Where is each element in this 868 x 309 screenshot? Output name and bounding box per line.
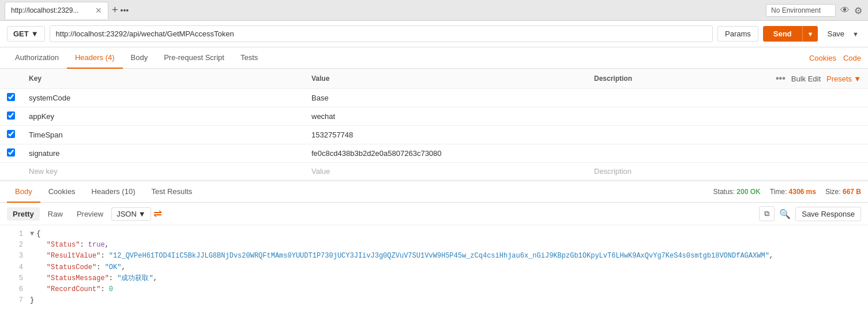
col-value: Value bbox=[305, 69, 587, 89]
req-tab-right-actions: Cookies Code bbox=[809, 54, 861, 62]
wrap-icon[interactable]: ⇌ bbox=[153, 207, 162, 220]
new-key-placeholder[interactable]: New key bbox=[29, 167, 58, 176]
save-button-group: Save ▼ bbox=[822, 27, 861, 41]
copy-button[interactable]: ⧉ bbox=[759, 206, 775, 221]
row-3-key[interactable]: TimeSpan bbox=[22, 126, 305, 144]
tab-body[interactable]: Body bbox=[123, 47, 156, 69]
status-label: Status: 200 OK bbox=[713, 188, 761, 196]
json-line: 1 ▼ { bbox=[7, 229, 861, 240]
browser-tab[interactable]: http://localhost:2329... ✕ bbox=[5, 2, 108, 19]
new-description-placeholder[interactable]: Description bbox=[594, 167, 632, 176]
params-button[interactable]: Params bbox=[717, 26, 758, 42]
row-2-checkbox[interactable] bbox=[7, 111, 15, 120]
response-toolbar-right: ⧉ 🔍 Save Response bbox=[759, 206, 861, 221]
json-line: 2 "Status": true, bbox=[7, 240, 861, 251]
resp-tab-body[interactable]: Body bbox=[7, 181, 40, 203]
tab-pre-request-script[interactable]: Pre-request Script bbox=[156, 47, 232, 69]
row-1-checkbox[interactable] bbox=[7, 93, 15, 101]
more-options-icon[interactable]: ••• bbox=[776, 73, 786, 84]
status-value: 200 OK bbox=[737, 188, 760, 196]
row-4-checkbox[interactable] bbox=[7, 148, 15, 157]
search-button[interactable]: 🔍 bbox=[779, 209, 791, 219]
tab-menu-icon[interactable]: ••• bbox=[121, 6, 129, 15]
response-tabs-bar: Body Cookies Headers (10) Test Results S… bbox=[0, 181, 868, 203]
save-response-button[interactable]: Save Response bbox=[795, 207, 861, 221]
json-output: 1 ▼ { 2 "Status": true, 3 "ResultValue":… bbox=[0, 225, 868, 309]
new-value-placeholder[interactable]: Value bbox=[311, 167, 330, 176]
collapse-icon[interactable]: ▼ bbox=[30, 229, 34, 240]
resp-tab-test-results[interactable]: Test Results bbox=[143, 181, 200, 203]
time-value: 4306 ms bbox=[789, 188, 816, 196]
request-tabs: Authorization Headers (4) Body Pre-reque… bbox=[0, 47, 868, 69]
row-2-key[interactable]: appKey bbox=[22, 107, 305, 126]
table-row: appKey wechat bbox=[0, 107, 868, 126]
new-header-row: New key Value Description bbox=[0, 163, 868, 180]
json-line: 6 "RecordCount": 0 bbox=[7, 284, 861, 295]
row-2-value[interactable]: wechat bbox=[305, 107, 587, 126]
environment-select[interactable]: No Environment bbox=[766, 4, 836, 17]
url-input[interactable] bbox=[50, 25, 713, 42]
eye-icon[interactable]: 👁 bbox=[840, 5, 850, 16]
row-1-description bbox=[587, 89, 868, 107]
format-tab-preview[interactable]: Preview bbox=[71, 207, 109, 221]
presets-dropdown-icon: ▼ bbox=[854, 75, 861, 83]
headers-table: Key Value Description ••• Bulk Edit Pres… bbox=[0, 69, 868, 180]
gear-icon[interactable]: ⚙ bbox=[854, 5, 862, 16]
save-button[interactable]: Save bbox=[822, 27, 849, 41]
table-row: TimeSpan 1532757748 bbox=[0, 126, 868, 144]
row-3-value[interactable]: 1532757748 bbox=[305, 126, 587, 144]
row-1-value[interactable]: Base bbox=[305, 89, 587, 107]
table-header-actions: ••• Bulk Edit Presets ▼ bbox=[776, 73, 861, 84]
resp-tab-headers[interactable]: Headers (10) bbox=[84, 181, 144, 203]
send-button[interactable]: Send bbox=[763, 26, 802, 42]
new-tab-button[interactable]: + bbox=[112, 4, 118, 16]
time-label: Time: 4306 ms bbox=[770, 188, 816, 196]
save-dropdown-button[interactable]: ▼ bbox=[850, 28, 861, 40]
json-line: 7 } bbox=[7, 295, 861, 306]
size-label: Size: 667 B bbox=[825, 188, 861, 196]
format-tab-pretty[interactable]: Pretty bbox=[7, 207, 40, 221]
tab-title: http://localhost:2329... bbox=[11, 6, 91, 14]
json-line: 3 "ResultValue": "12_QVPeH61TOD4IiC5BkJJ… bbox=[7, 251, 861, 262]
json-line: 5 "StatusMessage": "成功获取", bbox=[7, 273, 861, 284]
response-toolbar: Pretty Raw Preview JSON ▼ ⇌ ⧉ 🔍 Save Res… bbox=[0, 203, 868, 225]
row-2-description bbox=[587, 107, 868, 126]
row-4-value[interactable]: fe0c8cd438b3b2d2e0a5807263c73080 bbox=[305, 144, 587, 163]
code-link[interactable]: Code bbox=[843, 54, 861, 62]
row-4-description bbox=[587, 144, 868, 163]
table-row: signature fe0c8cd438b3b2d2e0a5807263c730… bbox=[0, 144, 868, 163]
send-dropdown-button[interactable]: ▼ bbox=[802, 26, 818, 42]
method-dropdown-icon: ▼ bbox=[31, 29, 39, 38]
method-label: GET bbox=[13, 29, 29, 38]
row-1-key[interactable]: systemCode bbox=[22, 89, 305, 107]
resp-tab-cookies[interactable]: Cookies bbox=[40, 181, 84, 203]
row-3-description bbox=[587, 126, 868, 144]
send-button-group: Send ▼ bbox=[763, 26, 818, 42]
response-status-bar: Status: 200 OK Time: 4306 ms Size: 667 B bbox=[713, 188, 861, 196]
json-line: 4 "StatusCode": "OK", bbox=[7, 262, 861, 273]
tab-tests[interactable]: Tests bbox=[232, 47, 266, 69]
tab-authorization[interactable]: Authorization bbox=[7, 47, 67, 69]
format-dropdown-icon: ▼ bbox=[138, 210, 146, 218]
cookies-link[interactable]: Cookies bbox=[809, 54, 836, 62]
env-bar: No Environment 👁 ⚙ bbox=[760, 0, 868, 21]
row-3-checkbox[interactable] bbox=[7, 130, 15, 138]
col-description: Description ••• Bulk Edit Presets ▼ bbox=[587, 69, 868, 89]
size-value: 667 B bbox=[843, 188, 861, 196]
presets-button[interactable]: Presets ▼ bbox=[826, 75, 861, 83]
format-type-button[interactable]: JSON ▼ bbox=[111, 207, 151, 221]
tab-headers[interactable]: Headers (4) bbox=[67, 47, 123, 69]
url-bar: GET ▼ Params Send ▼ Save ▼ bbox=[0, 21, 868, 47]
tab-close-icon[interactable]: ✕ bbox=[95, 6, 102, 15]
response-section: Body Cookies Headers (10) Test Results S… bbox=[0, 180, 868, 309]
browser-tab-bar: http://localhost:2329... ✕ + ••• No Envi… bbox=[0, 0, 868, 21]
method-button[interactable]: GET ▼ bbox=[7, 26, 45, 42]
format-tab-raw[interactable]: Raw bbox=[42, 207, 69, 221]
col-key: Key bbox=[22, 69, 305, 89]
row-4-key[interactable]: signature bbox=[22, 144, 305, 163]
table-row: systemCode Base bbox=[0, 89, 868, 107]
bulk-edit-button[interactable]: Bulk Edit bbox=[791, 75, 821, 83]
